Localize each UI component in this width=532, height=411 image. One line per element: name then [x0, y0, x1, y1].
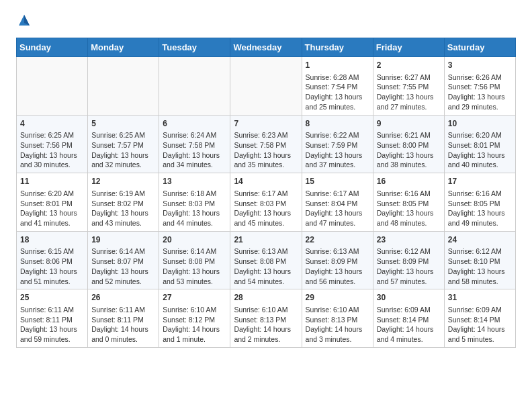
- day-detail: Sunset: 8:04 PM: [306, 199, 369, 209]
- day-detail: and 51 minutes.: [20, 277, 84, 287]
- day-detail: Daylight: 13 hours: [448, 150, 512, 161]
- day-detail: Daylight: 13 hours: [234, 208, 298, 218]
- day-detail: Sunrise: 6:14 AM: [163, 246, 226, 257]
- calendar-cell: 28Sunrise: 6:10 AMSunset: 8:13 PMDayligh…: [230, 289, 302, 348]
- day-detail: and 40 minutes.: [448, 160, 512, 170]
- calendar-cell: [17, 57, 88, 116]
- calendar-table: Sunday Monday Tuesday Wednesday Thursday…: [16, 38, 516, 348]
- day-detail: Sunrise: 6:10 AM: [163, 305, 226, 315]
- day-detail: Sunset: 8:09 PM: [306, 257, 369, 267]
- day-detail: Daylight: 13 hours: [377, 92, 441, 102]
- calendar-cell: 2Sunrise: 6:27 AMSunset: 7:55 PMDaylight…: [373, 57, 444, 116]
- day-detail: Sunset: 8:11 PM: [91, 315, 155, 325]
- day-detail: Daylight: 13 hours: [377, 267, 441, 277]
- day-detail: Daylight: 14 hours: [306, 324, 369, 334]
- day-detail: Daylight: 14 hours: [448, 324, 512, 334]
- day-detail: Daylight: 13 hours: [20, 324, 84, 334]
- day-number: 24: [448, 234, 512, 246]
- day-detail: and 30 minutes.: [20, 160, 84, 170]
- logo-icon: [17, 13, 31, 27]
- calendar-cell: 12Sunrise: 6:19 AMSunset: 8:02 PMDayligh…: [88, 173, 159, 232]
- calendar-cell: 19Sunrise: 6:14 AMSunset: 8:07 PMDayligh…: [88, 231, 159, 289]
- day-number: 2: [377, 60, 441, 71]
- day-detail: Sunrise: 6:25 AM: [20, 130, 84, 140]
- calendar-cell: 22Sunrise: 6:13 AMSunset: 8:09 PMDayligh…: [302, 231, 373, 289]
- day-number: 29: [306, 292, 369, 304]
- day-number: 6: [163, 118, 226, 130]
- day-detail: Sunset: 7:59 PM: [306, 140, 369, 150]
- calendar-cell: 14Sunrise: 6:17 AMSunset: 8:03 PMDayligh…: [230, 173, 302, 232]
- calendar-cell: 8Sunrise: 6:22 AMSunset: 7:59 PMDaylight…: [302, 115, 373, 173]
- day-detail: Daylight: 14 hours: [377, 324, 441, 334]
- day-number: 16: [377, 176, 441, 187]
- day-detail: and 4 minutes.: [377, 334, 441, 345]
- day-detail: Sunrise: 6:12 AM: [377, 246, 441, 257]
- calendar-week-1: 1Sunrise: 6:28 AMSunset: 7:54 PMDaylight…: [17, 57, 516, 116]
- day-detail: Sunrise: 6:18 AM: [163, 189, 226, 199]
- day-detail: Sunset: 8:03 PM: [163, 199, 226, 209]
- day-detail: and 34 minutes.: [163, 160, 226, 170]
- day-number: 17: [448, 176, 512, 187]
- day-detail: and 57 minutes.: [377, 277, 441, 287]
- day-number: 28: [234, 292, 298, 304]
- day-detail: Sunset: 8:05 PM: [377, 199, 441, 209]
- day-detail: and 5 minutes.: [448, 334, 512, 345]
- day-detail: and 29 minutes.: [448, 102, 512, 112]
- day-detail: and 49 minutes.: [448, 218, 512, 228]
- day-detail: Sunrise: 6:25 AM: [91, 130, 155, 140]
- day-number: 19: [91, 234, 155, 246]
- day-detail: Daylight: 13 hours: [20, 267, 84, 277]
- day-detail: Sunrise: 6:21 AM: [377, 130, 441, 140]
- day-detail: Sunset: 8:13 PM: [234, 315, 298, 325]
- calendar-cell: 11Sunrise: 6:20 AMSunset: 8:01 PMDayligh…: [17, 173, 88, 232]
- day-detail: and 52 minutes.: [91, 277, 155, 287]
- day-detail: Sunrise: 6:13 AM: [306, 246, 369, 257]
- calendar-cell: 27Sunrise: 6:10 AMSunset: 8:12 PMDayligh…: [159, 289, 230, 348]
- day-detail: Sunset: 8:05 PM: [448, 199, 512, 209]
- day-detail: Daylight: 13 hours: [306, 267, 369, 277]
- day-detail: Daylight: 13 hours: [163, 150, 226, 161]
- day-number: 20: [163, 234, 226, 246]
- calendar-cell: 20Sunrise: 6:14 AMSunset: 8:08 PMDayligh…: [159, 231, 230, 289]
- day-detail: and 25 minutes.: [306, 102, 369, 112]
- day-detail: and 45 minutes.: [234, 218, 298, 228]
- day-detail: Sunrise: 6:11 AM: [91, 305, 155, 315]
- calendar-cell: 29Sunrise: 6:10 AMSunset: 8:13 PMDayligh…: [302, 289, 373, 348]
- day-detail: Sunset: 8:12 PM: [163, 315, 226, 325]
- day-detail: Daylight: 13 hours: [448, 208, 512, 218]
- header: [16, 13, 516, 27]
- day-detail: Sunset: 8:02 PM: [91, 199, 155, 209]
- calendar-cell: 26Sunrise: 6:11 AMSunset: 8:11 PMDayligh…: [88, 289, 159, 348]
- day-number: 12: [91, 176, 155, 187]
- day-detail: Sunrise: 6:27 AM: [377, 73, 441, 83]
- day-number: 25: [20, 292, 84, 304]
- day-number: 7: [234, 118, 298, 130]
- day-detail: Daylight: 13 hours: [448, 267, 512, 277]
- day-detail: Daylight: 14 hours: [163, 324, 226, 334]
- calendar-cell: 21Sunrise: 6:13 AMSunset: 8:08 PMDayligh…: [230, 231, 302, 289]
- day-detail: Sunset: 8:06 PM: [20, 257, 84, 267]
- day-number: 31: [448, 292, 512, 304]
- header-friday: Friday: [373, 38, 444, 57]
- header-monday: Monday: [88, 38, 159, 57]
- calendar-cell: 13Sunrise: 6:18 AMSunset: 8:03 PMDayligh…: [159, 173, 230, 232]
- day-number: 3: [448, 60, 512, 71]
- day-detail: Sunrise: 6:20 AM: [20, 189, 84, 199]
- day-detail: Sunset: 7:55 PM: [377, 82, 441, 92]
- day-detail: Sunrise: 6:24 AM: [163, 130, 226, 140]
- calendar-cell: 1Sunrise: 6:28 AMSunset: 7:54 PMDaylight…: [302, 57, 373, 116]
- day-number: 15: [306, 176, 369, 187]
- calendar-cell: 24Sunrise: 6:12 AMSunset: 8:10 PMDayligh…: [444, 231, 515, 289]
- day-detail: Sunset: 7:57 PM: [91, 140, 155, 150]
- day-detail: and 43 minutes.: [91, 218, 155, 228]
- day-detail: Sunrise: 6:19 AM: [91, 189, 155, 199]
- day-detail: and 38 minutes.: [377, 160, 441, 170]
- day-number: 11: [20, 176, 84, 187]
- calendar-week-3: 11Sunrise: 6:20 AMSunset: 8:01 PMDayligh…: [17, 173, 516, 232]
- day-detail: Daylight: 14 hours: [234, 324, 298, 334]
- calendar-cell: [159, 57, 230, 116]
- day-number: 5: [91, 118, 155, 130]
- day-detail: and 53 minutes.: [163, 277, 226, 287]
- day-detail: Daylight: 13 hours: [448, 92, 512, 102]
- day-detail: Daylight: 13 hours: [20, 150, 84, 161]
